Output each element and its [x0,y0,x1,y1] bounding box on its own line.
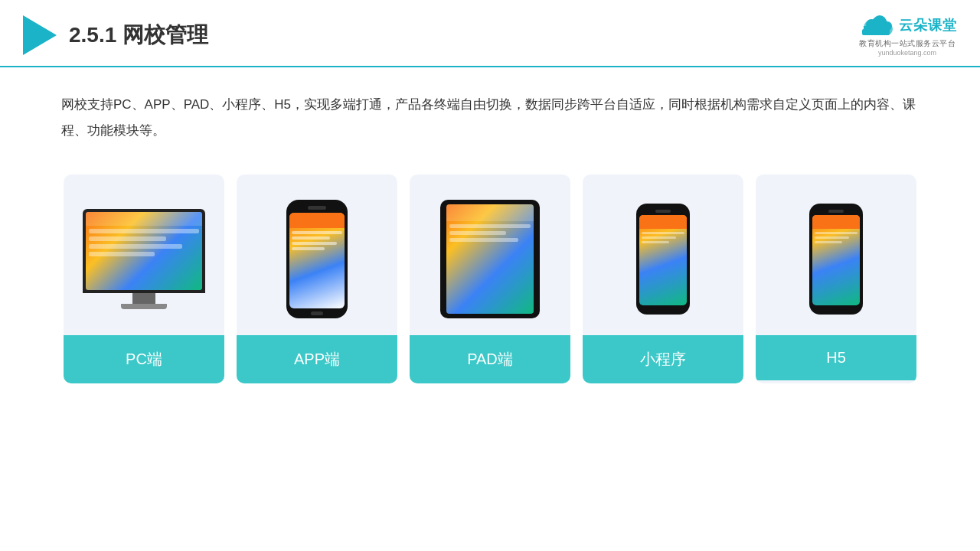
card-miniapp: 小程序 [583,174,743,383]
card-miniapp-label: 小程序 [583,335,743,383]
card-pc-label: PC端 [64,335,224,383]
app-phone-icon [286,200,348,318]
card-pad-image [410,174,570,335]
card-pad-label: PAD端 [410,335,570,383]
pad-tablet-icon [440,200,540,318]
card-app: APP端 [237,174,397,383]
cloud-icon [858,14,894,37]
card-app-image [237,174,397,335]
platform-cards: PC端 APP端 [0,159,980,406]
cloud-brand-text: 云朵课堂 [899,16,957,34]
miniapp-phone-icon [636,204,690,315]
card-app-label: APP端 [237,335,397,383]
h5-phone-icon [809,204,863,315]
card-pad: PAD端 [410,174,570,383]
svg-rect-7 [864,26,890,31]
card-h5-image [756,174,916,335]
page-title: 2.5.1 网校管理 [69,21,208,50]
card-h5: H5 [756,174,916,383]
card-h5-label: H5 [756,335,916,380]
brand-logo: 云朵课堂 教育机构一站式服务云平台 yunduoketang.com [858,14,957,57]
pc-monitor-icon [83,209,205,309]
cloud-tagline: 教育机构一站式服务云平台 [859,38,956,49]
header-left: 2.5.1 网校管理 [23,15,208,55]
description-text: 网校支持PC、APP、PAD、小程序、H5，实现多端打通，产品各终端自由切换，数… [0,67,980,159]
card-miniapp-image [583,174,743,335]
cloud-logo-container: 云朵课堂 [858,14,957,37]
cloud-domain: yunduoketang.com [878,49,936,57]
brand-triangle-icon [23,15,57,55]
card-pc: PC端 [64,174,224,383]
header: 2.5.1 网校管理 云朵课堂 教育机构一站式服务云平台 yunduoketan… [0,0,980,67]
card-pc-image [64,174,224,335]
